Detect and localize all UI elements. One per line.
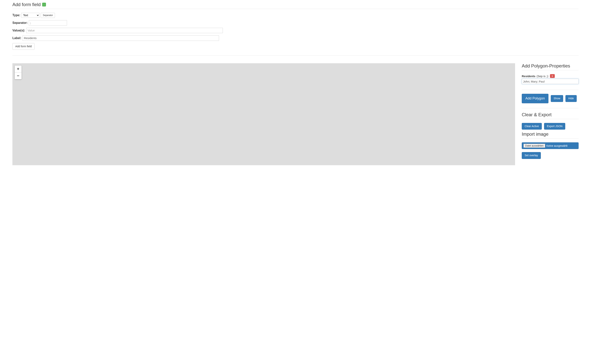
residents-sep-hint: (Sep is ;): [537, 75, 549, 78]
polygon-props-title: Add Polygon-Properties [522, 63, 579, 70]
clear-export-title: Clear & Export [522, 112, 579, 119]
sidebar: Add Polygon-Properties Residents (Sep is… [522, 63, 579, 165]
export-json-button[interactable]: Export JSON [544, 123, 565, 130]
map-canvas[interactable]: + − [12, 63, 515, 165]
zoom-out-button[interactable]: − [15, 72, 21, 79]
type-select[interactable]: Text [21, 13, 40, 18]
choose-file-button[interactable]: Datei auswählen [524, 144, 545, 148]
show-button[interactable]: Show [551, 95, 563, 102]
divider [522, 90, 579, 90]
import-image-title: Import image [522, 131, 579, 138]
clear-export-row: Clear Active Export JSON [522, 123, 579, 130]
separator-input[interactable] [29, 20, 67, 26]
type-label: Type: [12, 13, 20, 17]
file-input-container[interactable]: Datei auswählen Keine ausgewählt [522, 142, 579, 149]
label-row: Label: [12, 35, 579, 41]
values-input[interactable] [26, 28, 223, 33]
zoom-controls: + − [15, 65, 21, 79]
divider [522, 108, 579, 108]
add-form-field-header: Add form field - [12, 2, 579, 9]
polygon-actions-row: Add Polygon Show Hide [522, 94, 579, 103]
clear-active-button[interactable]: Clear Active [522, 123, 542, 130]
divider [522, 119, 579, 119]
remove-property-badge[interactable]: X [550, 74, 555, 78]
divider [522, 70, 579, 70]
divider [12, 55, 579, 56]
label-input[interactable] [22, 35, 219, 41]
divider [12, 9, 579, 9]
set-overlay-button[interactable]: Set overlay [522, 152, 541, 159]
label-label: Label: [12, 36, 21, 40]
collapse-toggle-badge[interactable]: - [42, 3, 46, 6]
divider [522, 138, 579, 139]
zoom-in-button[interactable]: + [15, 65, 21, 72]
add-polygon-button[interactable]: Add Polygon [522, 94, 548, 103]
add-form-field-title: Add form field [12, 2, 41, 7]
separator-label: Separator: [12, 21, 28, 25]
hide-button[interactable]: Hide [565, 95, 577, 102]
residents-label-row: Residents (Sep is ;): X [522, 74, 579, 78]
file-status-text: Keine ausgewählt [546, 144, 568, 147]
values-row: Value(s): [12, 28, 579, 33]
separator-button[interactable]: Separator [41, 13, 55, 18]
residents-input[interactable] [522, 79, 579, 84]
residents-label: Residents [522, 75, 536, 78]
separator-row: Separator: [12, 20, 579, 26]
add-form-field-button[interactable]: Add form field [12, 43, 34, 50]
type-row: Type: Text Separator [12, 13, 579, 18]
values-label: Value(s): [12, 29, 25, 32]
